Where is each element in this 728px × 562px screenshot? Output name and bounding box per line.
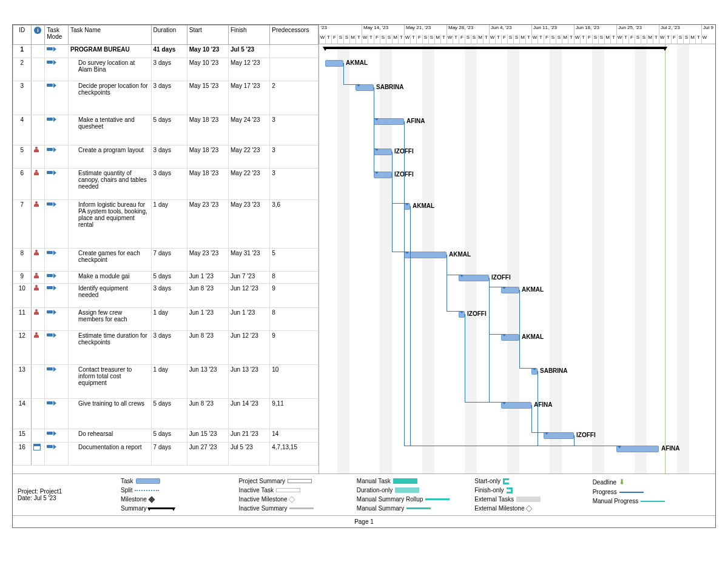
finish-cell[interactable]: Jun 7 '23 — [229, 272, 270, 284]
id-cell[interactable]: 16 — [13, 443, 32, 466]
table-row[interactable]: 14Give training to all crews5 daysJun 8 … — [13, 399, 318, 429]
mode-cell[interactable] — [45, 429, 69, 443]
pred-cell[interactable]: 8 — [270, 272, 318, 284]
col-duration[interactable]: Duration — [151, 25, 187, 45]
start-cell[interactable]: Jun 13 '23 — [187, 365, 228, 399]
finish-cell[interactable]: May 22 '23 — [229, 169, 270, 200]
duration-cell[interactable]: 1 day — [151, 308, 187, 331]
start-cell[interactable]: May 15 '23 — [187, 81, 228, 115]
duration-cell[interactable]: 3 days — [151, 81, 187, 115]
id-cell[interactable]: 11 — [13, 308, 32, 331]
pred-cell[interactable]: 9 — [270, 331, 318, 365]
id-cell[interactable]: 13 — [13, 365, 32, 399]
indicator-cell[interactable] — [31, 365, 45, 399]
indicator-cell[interactable] — [31, 45, 45, 58]
finish-cell[interactable]: Jun 13 '23 — [229, 365, 270, 399]
col-start[interactable]: Start — [187, 25, 228, 45]
gantt-bar[interactable] — [325, 60, 343, 67]
name-cell[interactable]: Do rehearsal — [69, 429, 152, 443]
col-mode[interactable]: Task Mode — [45, 25, 69, 45]
name-cell[interactable]: Make a tentative and quesheet — [69, 115, 152, 146]
finish-cell[interactable]: Jun 14 '23 — [229, 399, 270, 429]
finish-cell[interactable]: Jul 5 '23 — [229, 443, 270, 466]
table-row[interactable]: 6Estimate quantity of canopy, chairs and… — [13, 169, 318, 200]
mode-cell[interactable] — [45, 81, 69, 115]
indicator-cell[interactable] — [31, 443, 45, 466]
duration-cell[interactable]: 5 days — [151, 115, 187, 146]
indicator-cell[interactable] — [31, 331, 45, 365]
pred-cell[interactable] — [270, 45, 318, 58]
duration-cell[interactable]: 41 days — [151, 45, 187, 58]
finish-cell[interactable]: May 31 '23 — [229, 249, 270, 272]
table-row[interactable]: 4Make a tentative and quesheet5 daysMay … — [13, 115, 318, 146]
id-cell[interactable]: 2 — [13, 58, 32, 81]
pred-cell[interactable]: 9 — [270, 284, 318, 308]
indicator-cell[interactable] — [31, 200, 45, 249]
id-cell[interactable]: 1 — [13, 45, 32, 58]
col-id[interactable]: ID — [13, 25, 32, 45]
finish-cell[interactable]: Jun 21 '23 — [229, 429, 270, 443]
table-row[interactable]: 16Documentation a report7 daysJun 27 '23… — [13, 443, 318, 466]
start-cell[interactable]: May 18 '23 — [187, 115, 228, 146]
duration-cell[interactable]: 3 days — [151, 169, 187, 200]
mode-cell[interactable] — [45, 146, 69, 169]
pred-cell[interactable]: 3 — [270, 146, 318, 169]
pred-cell[interactable]: 3 — [270, 169, 318, 200]
name-cell[interactable]: Estimate time duration for checkpoints — [69, 331, 152, 365]
mode-cell[interactable] — [45, 308, 69, 331]
pred-cell[interactable]: 9,11 — [270, 399, 318, 429]
name-cell[interactable]: Create games for each checkpoint — [69, 249, 152, 272]
table-row[interactable]: 9Make a module gai5 daysJun 1 '23Jun 7 '… — [13, 272, 318, 284]
name-cell[interactable]: Estimate quantity of canopy, chairs and … — [69, 169, 152, 200]
mode-cell[interactable] — [45, 284, 69, 308]
duration-cell[interactable]: 3 days — [151, 146, 187, 169]
duration-cell[interactable]: 3 days — [151, 331, 187, 365]
finish-cell[interactable]: May 24 '23 — [229, 115, 270, 146]
id-cell[interactable]: 7 — [13, 200, 32, 249]
finish-cell[interactable]: May 23 '23 — [229, 200, 270, 249]
mode-cell[interactable] — [45, 443, 69, 466]
finish-cell[interactable]: Jun 12 '23 — [229, 331, 270, 365]
table-row[interactable]: 13Contact treasurer to inform total cost… — [13, 365, 318, 399]
start-cell[interactable]: Jun 1 '23 — [187, 308, 228, 331]
col-predecessors[interactable]: Predecessors — [270, 25, 318, 45]
mode-cell[interactable] — [45, 399, 69, 429]
mode-cell[interactable] — [45, 331, 69, 365]
mode-cell[interactable] — [45, 58, 69, 81]
indicator-cell[interactable] — [31, 308, 45, 331]
start-cell[interactable]: Jun 1 '23 — [187, 272, 228, 284]
start-cell[interactable]: May 18 '23 — [187, 169, 228, 200]
start-cell[interactable]: Jun 27 '23 — [187, 443, 228, 466]
id-cell[interactable]: 6 — [13, 169, 32, 200]
name-cell[interactable]: Create a program layout — [69, 146, 152, 169]
pred-cell[interactable]: 14 — [270, 429, 318, 443]
indicator-cell[interactable] — [31, 272, 45, 284]
table-row[interactable]: 12Estimate time duration for checkpoints… — [13, 331, 318, 365]
duration-cell[interactable]: 3 days — [151, 284, 187, 308]
table-row[interactable]: 3Decide proper location for checkpoints3… — [13, 81, 318, 115]
pred-cell[interactable]: 3 — [270, 115, 318, 146]
start-cell[interactable]: May 23 '23 — [187, 200, 228, 249]
summary-bar[interactable] — [325, 47, 665, 49]
id-cell[interactable]: 3 — [13, 81, 32, 115]
mode-cell[interactable] — [45, 365, 69, 399]
start-cell[interactable]: Jun 15 '23 — [187, 429, 228, 443]
name-cell[interactable]: Make a module gai — [69, 272, 152, 284]
name-cell[interactable]: Do survey location at Alam Bina — [69, 58, 152, 81]
start-cell[interactable]: May 18 '23 — [187, 146, 228, 169]
name-cell[interactable]: Assign few crew members for each — [69, 308, 152, 331]
start-cell[interactable]: May 10 '23 — [187, 58, 228, 81]
finish-cell[interactable]: Jun 12 '23 — [229, 284, 270, 308]
indicator-cell[interactable] — [31, 399, 45, 429]
duration-cell[interactable]: 5 days — [151, 429, 187, 443]
name-cell[interactable]: Decide proper location for checkpoints — [69, 81, 152, 115]
finish-cell[interactable]: May 17 '23 — [229, 81, 270, 115]
duration-cell[interactable]: 5 days — [151, 272, 187, 284]
start-cell[interactable]: May 23 '23 — [187, 249, 228, 272]
id-cell[interactable]: 5 — [13, 146, 32, 169]
indicator-cell[interactable] — [31, 81, 45, 115]
pred-cell[interactable]: 3,6 — [270, 200, 318, 249]
finish-cell[interactable]: May 12 '23 — [229, 58, 270, 81]
start-cell[interactable]: May 10 '23 — [187, 45, 228, 58]
indicator-cell[interactable] — [31, 146, 45, 169]
